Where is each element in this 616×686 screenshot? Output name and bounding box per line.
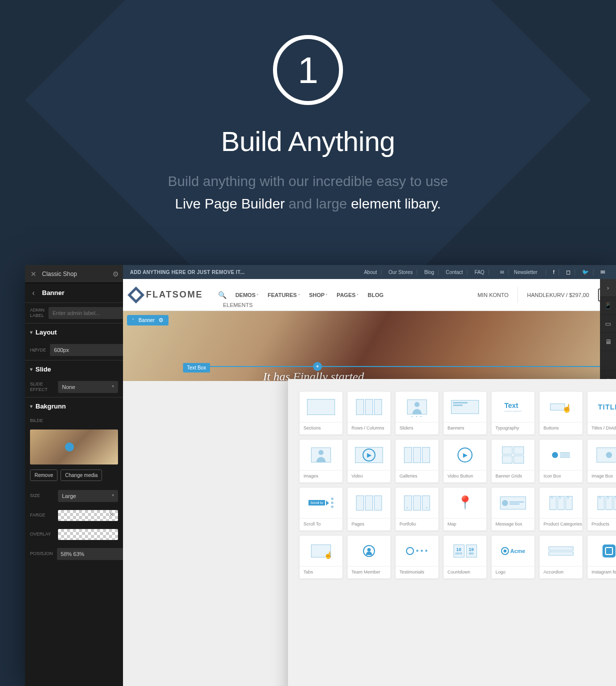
position-input[interactable]	[57, 548, 134, 560]
topbar-link-faq[interactable]: FAQ	[470, 270, 489, 275]
element-label: Images	[300, 470, 342, 482]
gear-icon[interactable]: ⚙	[158, 317, 164, 324]
element-card-titles-dividers[interactable]: TITLETitles / Dividers	[587, 391, 616, 435]
main-canvas-area: ADD ANYTHING HERE OR JUST REMOVE IT... A…	[123, 265, 616, 686]
element-label: Map	[444, 518, 486, 530]
element-card-video[interactable]: ▶Video	[347, 439, 391, 483]
element-card-rows-columns[interactable]: Rows / Columns	[347, 391, 391, 435]
slide-effect-select[interactable]: None	[58, 381, 118, 393]
element-card-message-box[interactable]: Message box	[491, 487, 535, 531]
slide-section-header[interactable]: Slide	[25, 360, 123, 377]
size-select[interactable]: Large	[58, 490, 118, 502]
element-card-portfolio[interactable]: ++Portfolio	[395, 487, 439, 531]
account-link[interactable]: MIN KONTO	[478, 292, 508, 298]
element-label: Icon Box	[540, 470, 582, 482]
color-swatch[interactable]	[58, 510, 118, 521]
element-card-typography[interactable]: TextLorem ipsumTypography	[491, 391, 535, 435]
twitter-icon[interactable]: 🐦	[578, 269, 594, 276]
desktop-icon[interactable]: 🖥	[600, 333, 616, 351]
nav-elements[interactable]: ELEMENTS	[223, 302, 252, 308]
height-input[interactable]	[50, 344, 127, 356]
element-thumb-icon	[540, 536, 582, 566]
element-label: Galleries	[396, 470, 438, 482]
instagram-icon[interactable]: ◻	[562, 269, 575, 276]
element-label: Countdown	[444, 566, 486, 578]
element-card-pages[interactable]: Pages	[347, 487, 391, 531]
element-label: Message box	[492, 518, 534, 530]
element-card-scroll-to[interactable]: Scroll toScroll To	[299, 487, 343, 531]
nav-demos[interactable]: DEMOS	[236, 292, 259, 298]
element-thumb-icon: ++	[396, 488, 438, 518]
image-label: BILDE	[30, 418, 54, 424]
element-card-buttons[interactable]: ☝Buttons	[539, 391, 583, 435]
element-card-banner-grids[interactable]: Banner Grids	[491, 439, 535, 483]
background-section-header[interactable]: Bakgrunn	[25, 397, 123, 414]
element-card-image-box[interactable]: Image Box	[587, 439, 616, 483]
background-image-preview[interactable]	[30, 430, 118, 464]
slide-effect-label: SLIDE EFFECT	[30, 382, 54, 392]
topbar-link-blog[interactable]: Blog	[420, 270, 438, 275]
editor-canvas[interactable]: ˄ Banner ⚙ Text Box + It has Finally sta…	[123, 311, 616, 381]
cart-link[interactable]: HANDLEKURV / $297,00	[527, 292, 589, 298]
element-label: Image Box	[588, 470, 616, 482]
nav-blog[interactable]: BLOG	[368, 292, 384, 298]
element-label: Sections	[300, 422, 342, 434]
element-card-product-categories[interactable]: Product Categories	[539, 487, 583, 531]
topbar-link-about[interactable]: About	[360, 270, 382, 275]
admin-label-input[interactable]	[48, 307, 126, 319]
remove-button[interactable]: Remove	[30, 470, 58, 481]
search-icon[interactable]: 🔍	[218, 291, 226, 299]
element-card-images[interactable]: Images	[299, 439, 343, 483]
element-card-instagram-feed[interactable]: Instagram feed	[587, 535, 616, 579]
sidebar-title: Classic Shop	[42, 270, 108, 278]
textbox-element-chip[interactable]: Text Box	[183, 363, 210, 372]
element-card-icon-box[interactable]: Icon Box	[539, 439, 583, 483]
element-card-banners[interactable]: Banners	[443, 391, 487, 435]
topbar-link-stores[interactable]: Our Stores	[384, 270, 417, 275]
nav-pages[interactable]: PAGES	[336, 292, 358, 298]
topbar-newsletter[interactable]: ✉ Newsletter	[492, 270, 546, 275]
element-card-products[interactable]: Products	[587, 487, 616, 531]
topbar-message: ADD ANYTHING HERE OR JUST REMOVE IT...	[130, 270, 360, 275]
element-thumb-icon: ▶	[444, 440, 486, 470]
chevron-right-icon[interactable]: ›	[600, 279, 616, 297]
element-thumb-icon	[492, 488, 534, 518]
element-label: Pages	[348, 518, 390, 530]
nav-features[interactable]: FEATURES	[268, 292, 300, 298]
element-card-testimonials[interactable]: ★ ★ ★Testimonials	[395, 535, 439, 579]
element-card-sections[interactable]: Sections	[299, 391, 343, 435]
topbar-link-contact[interactable]: Contact	[442, 270, 467, 275]
elements-library-panel: SectionsRows / Columns• • •SlidersBanner…	[288, 379, 616, 686]
overlay-swatch[interactable]	[58, 529, 118, 540]
change-media-button[interactable]: Change media	[60, 470, 102, 481]
element-card-logo[interactable]: AcmeLogo	[491, 535, 535, 579]
element-card-tabs[interactable]: Tabs	[299, 535, 343, 579]
tablet-icon[interactable]: ▭	[600, 315, 616, 333]
topbar-links: About Our Stores Blog Contact FAQ ✉ News…	[360, 269, 609, 276]
element-card-countdown[interactable]: 10DAYS19MINCountdown	[443, 535, 487, 579]
element-card-video-button[interactable]: ▶Video Button	[443, 439, 487, 483]
close-icon[interactable]: ✕	[25, 270, 42, 278]
logo[interactable]: FLATSOME	[130, 289, 203, 301]
element-card-map[interactable]: 📍Map	[443, 487, 487, 531]
element-thumb-icon	[588, 440, 616, 470]
banner-element-chip[interactable]: ˄ Banner ⚙	[127, 315, 168, 326]
facebook-icon[interactable]: f	[549, 269, 559, 275]
element-card-galleries[interactable]: Galleries	[395, 439, 439, 483]
add-element-icon[interactable]: +	[313, 362, 322, 371]
logo-icon	[128, 286, 144, 304]
back-icon[interactable]: ‹	[25, 288, 42, 298]
element-thumb-icon: ★ ★ ★	[396, 536, 438, 566]
gear-icon[interactable]: ⚙	[108, 270, 123, 278]
envelope-icon[interactable]: ✉	[596, 269, 609, 276]
element-card-team-member[interactable]: Team Member	[347, 535, 391, 579]
nav-shop[interactable]: SHOP	[309, 292, 328, 298]
mobile-icon[interactable]: 📱	[600, 297, 616, 315]
element-label: Accordion	[540, 566, 582, 578]
layout-section-header[interactable]: Layout	[25, 323, 123, 340]
element-card-sliders[interactable]: • • •Sliders	[395, 391, 439, 435]
element-thumb-icon: 10DAYS19MIN	[444, 536, 486, 566]
element-card-accordion[interactable]: Accordion	[539, 535, 583, 579]
element-thumb-icon: • • •	[396, 392, 438, 422]
breadcrumb-label: Banner	[42, 289, 64, 296]
